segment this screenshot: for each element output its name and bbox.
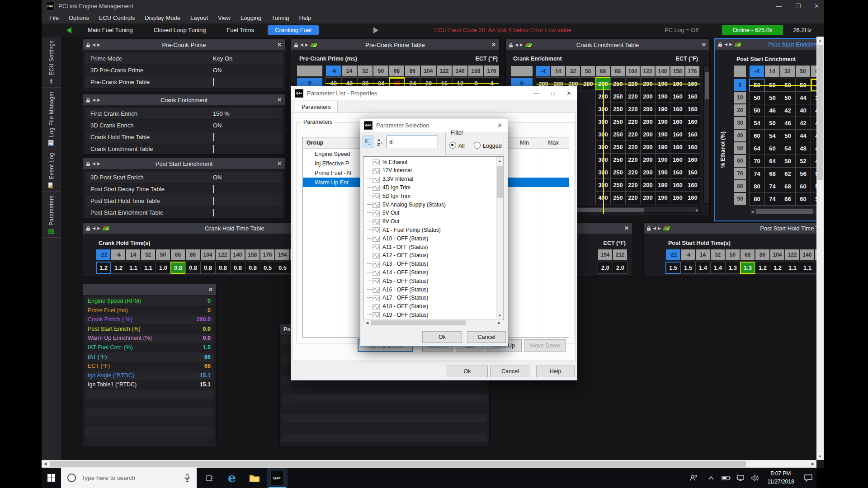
arrow-left-icon[interactable]: ◀ xyxy=(750,208,755,215)
dialog-titlebar[interactable]: G4+ Parameter Selection ✕ xyxy=(360,118,508,132)
x-axis-cell[interactable]: 122 xyxy=(785,249,799,260)
layers-icon[interactable] xyxy=(524,42,533,47)
table-cell[interactable]: 160 xyxy=(670,103,685,116)
table-cell[interactable]: 200 xyxy=(640,128,656,141)
table-cell[interactable]: 56 xyxy=(795,167,811,180)
parameter-item[interactable]: A16 - OFF (Status) xyxy=(363,285,504,294)
x-axis-cell[interactable]: 140 xyxy=(453,66,467,76)
table-cell[interactable]: 50 xyxy=(749,79,765,92)
tab-main-fuel-tuning[interactable]: Main Fuel Tuning xyxy=(80,25,140,35)
runtime-row[interactable]: IAT Fuel Corr. (%)1.5 xyxy=(85,343,214,352)
parameter-item[interactable]: A13 - OFF (Status) xyxy=(363,260,504,268)
sidebar-item-ecu-settings[interactable]: ECU Settings xyxy=(42,37,61,88)
table-cell[interactable]: 50 xyxy=(764,79,780,92)
table-cell[interactable]: 1.2 xyxy=(755,262,770,274)
table-cell[interactable]: 68 xyxy=(764,167,780,180)
x-axis-cell[interactable]: 176 xyxy=(260,249,274,260)
table-cell[interactable]: 190 xyxy=(655,77,670,90)
x-axis-cell[interactable]: 86 xyxy=(611,66,625,76)
panel-header[interactable]: ◀▶Post Start Hold Time Table✕ xyxy=(644,223,816,234)
parameter-item[interactable]: % Ethanol xyxy=(363,158,504,166)
table-cell[interactable]: 300 xyxy=(595,166,611,179)
arrow-left-icon[interactable]: ◀ xyxy=(92,98,95,102)
table-cell[interactable]: 1.1 xyxy=(800,262,815,274)
arrow-down-icon[interactable]: ▼ xyxy=(496,313,503,318)
runtime-row[interactable]: Engine Speed (RPM)0 xyxy=(85,296,214,305)
menu-layout[interactable]: Layout xyxy=(185,14,213,21)
maximize-icon[interactable]: ❐ xyxy=(795,3,801,9)
table-cell[interactable]: 1.1 xyxy=(141,262,156,274)
arrow-right-icon[interactable]: ▶ xyxy=(305,42,308,47)
panel-header[interactable]: ◀▶Pre-Crank Prime✕ xyxy=(83,39,285,50)
table-cell[interactable]: 44 xyxy=(811,142,816,155)
table-vertical-scrollbar[interactable] xyxy=(703,66,710,204)
column-group[interactable]: Group xyxy=(307,137,334,148)
table-cell[interactable]: 250 xyxy=(610,166,626,179)
y-axis-cell[interactable]: 70 xyxy=(734,168,746,179)
table-cell[interactable]: 160 xyxy=(685,115,700,128)
layers-icon[interactable] xyxy=(101,226,110,231)
runtime-row[interactable]: Warm Up Enrichment (%)0.0 xyxy=(85,333,214,343)
table-cell[interactable]: 220 xyxy=(625,141,641,154)
arrow-left-icon[interactable]: ◀ xyxy=(92,161,95,166)
close-icon[interactable]: ✕ xyxy=(208,284,213,295)
x-axis-cell[interactable]: 140 xyxy=(800,249,814,260)
column-min[interactable]: Min xyxy=(510,137,539,148)
minimize-icon[interactable]: — xyxy=(533,90,539,97)
table-cell[interactable]: 1.4 xyxy=(710,262,726,274)
table-cell[interactable]: 250 xyxy=(610,128,626,141)
ok-button[interactable]: Ok xyxy=(422,331,462,343)
table-cell[interactable]: 190 xyxy=(655,141,670,154)
x-axis-cell[interactable]: 68 xyxy=(389,66,404,76)
table-cell[interactable]: 160 xyxy=(670,153,685,166)
table-cell[interactable]: 54 xyxy=(811,192,816,206)
file-explorer-button[interactable] xyxy=(244,468,265,488)
table-cell[interactable]: 200 xyxy=(640,141,656,154)
table-cell[interactable]: 60 xyxy=(764,142,780,155)
table-cell[interactable]: 200 xyxy=(640,153,656,166)
sidebar-item-event-log[interactable]: Event Log xyxy=(42,149,61,192)
table-cell[interactable]: 190 xyxy=(655,153,670,166)
table-cell[interactable]: 0.8 xyxy=(230,262,245,274)
setting-row[interactable]: 3D Pre-Crank PrimeON xyxy=(85,65,283,76)
parameter-item[interactable]: A1 - Fuel Pump (Status) xyxy=(363,225,504,234)
y-axis-cell[interactable]: 30 xyxy=(734,117,746,129)
table-cell[interactable]: 74 xyxy=(764,180,780,193)
table-cell[interactable]: 220 xyxy=(625,128,641,141)
x-axis-cell[interactable]: 158 xyxy=(670,66,684,76)
setting-row[interactable]: Prime ModeKey On xyxy=(85,53,283,64)
table-cell[interactable]: 160 xyxy=(670,178,685,192)
close-icon[interactable]: ✕ xyxy=(814,3,819,9)
list-horizontal-scrollbar[interactable]: ◀ ▶ xyxy=(363,319,503,326)
x-axis-cell[interactable]: 158 xyxy=(468,66,483,76)
dialog-titlebar[interactable]: G4+ Parameter List - Properties — □ ✕ xyxy=(291,86,577,100)
panel-header[interactable]: ◀▶Post Start Enrichment Table✕ xyxy=(715,39,816,50)
open-table-icon[interactable] xyxy=(213,197,214,204)
x-axis-cell[interactable]: 50 xyxy=(156,249,170,260)
table-cell[interactable]: 160 xyxy=(670,191,685,204)
parameter-item[interactable]: A11 - OFF (Status) xyxy=(363,243,504,251)
table-cell[interactable]: 50 xyxy=(811,167,816,180)
table-cell[interactable]: 50 xyxy=(780,91,796,104)
panel-header[interactable]: ◀▶Crank Enrichment✕ xyxy=(83,94,285,105)
lock-icon[interactable] xyxy=(718,42,722,47)
table-cell[interactable]: 40 xyxy=(795,104,811,117)
y-axis-cell[interactable]: 60 xyxy=(734,155,746,167)
x-axis-cell[interactable]: 104 xyxy=(201,249,215,260)
action-center-button[interactable] xyxy=(800,468,816,488)
table-cell[interactable]: 1.2 xyxy=(770,262,785,274)
runtime-row[interactable]: Crank Enrich ( %)280.0 xyxy=(85,315,214,324)
tab-closed-loop-tuning[interactable]: Closed Loop Tuning xyxy=(146,25,213,35)
table-cell[interactable]: 50 xyxy=(780,79,796,92)
x-axis-cell[interactable]: -22 xyxy=(96,249,110,260)
table-cell[interactable]: 2.0 xyxy=(598,262,613,274)
setting-row[interactable]: First Crank Enrich150 % xyxy=(85,108,283,119)
parameter-selection-list[interactable]: % Ethanol12V Internal3.3V Internal4D Ign… xyxy=(363,156,504,320)
table-cell[interactable]: 300 xyxy=(595,153,611,166)
minimize-icon[interactable]: — xyxy=(776,3,782,9)
table-cell[interactable]: 44 xyxy=(795,91,811,104)
battery-button[interactable] xyxy=(719,468,732,488)
table-cell[interactable]: 280 xyxy=(580,77,596,90)
x-axis-cell[interactable]: 32 xyxy=(566,66,580,76)
close-icon[interactable]: ✕ xyxy=(566,90,571,97)
